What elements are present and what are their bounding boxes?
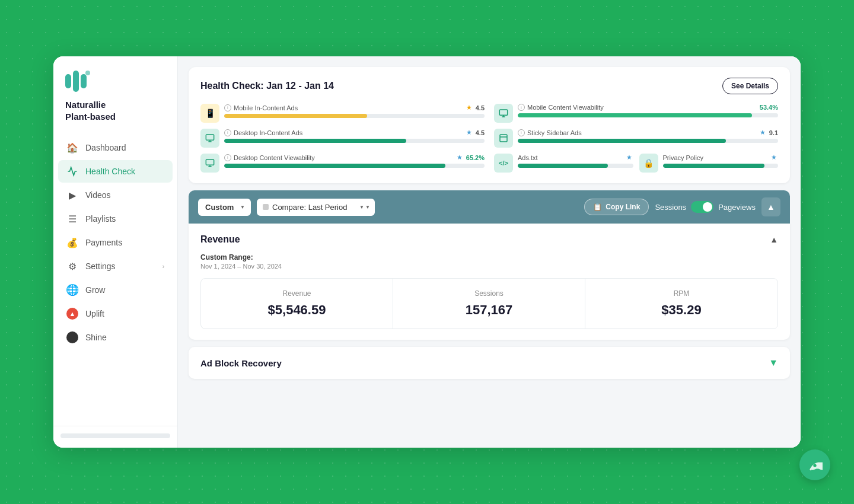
adblock-section: Ad Block Recovery ▼ (189, 347, 790, 379)
info-icon: i (224, 129, 231, 136)
metric-score: 65.2% (466, 154, 485, 161)
metric-icon-mobile-in-content: 📱 (200, 104, 219, 123)
play-icon: ▶ (66, 189, 78, 201)
main-content: Health Check: Jan 12 - Jan 14 See Detail… (178, 56, 801, 448)
metric-item-mobile-viewability: i Mobile Content Viewability 53.4% (494, 104, 778, 123)
stat-value: $5,546.59 (211, 302, 383, 318)
metric-details: i Desktop In-Content Ads ★ 4.5 (224, 129, 485, 143)
metric-score: 4.5 (476, 104, 485, 111)
sidebar-item-label: Settings (85, 261, 116, 271)
stat-value: 157,167 (403, 302, 575, 318)
metric-score: 9.1 (769, 129, 778, 136)
svg-rect-12 (206, 160, 214, 165)
metric-icon-sticky-sidebar (494, 129, 513, 148)
sidebar-item-label: Shine (85, 333, 107, 342)
payments-icon: 💰 (66, 237, 78, 248)
custom-dropdown[interactable]: Custom (198, 199, 251, 216)
metric-star: ★ (760, 129, 766, 136)
svg-rect-4 (499, 110, 507, 115)
info-icon: i (518, 129, 525, 136)
logo-area (53, 71, 177, 99)
metric-icon-desktop-viewability (200, 154, 219, 173)
sidebar-item-label: Grow (85, 285, 105, 295)
sidebar-bottom (53, 426, 177, 438)
stat-cell-rpm: RPM $35.29 (585, 279, 777, 328)
metric-name: Desktop Content Viewability (234, 154, 454, 161)
compare-dot (263, 204, 269, 210)
see-details-button[interactable]: See Details (722, 78, 778, 94)
sidebar-item-label: Videos (85, 190, 111, 200)
sidebar-item-shine[interactable]: Shine (58, 326, 173, 349)
progress-bar-fill (518, 139, 726, 143)
toggle-switch[interactable] (691, 201, 713, 213)
svg-rect-0 (65, 74, 71, 88)
filter-collapse-button[interactable]: ▲ (761, 197, 780, 216)
progress-bar-bg (224, 114, 485, 118)
metric-details: Ads.txt ★ (518, 154, 633, 168)
settings-icon: ⚙ (66, 260, 78, 272)
grow-icon: 🌐 (66, 284, 78, 296)
metric-name: Desktop In-Content Ads (234, 129, 464, 136)
sidebar-item-label: Payments (85, 238, 122, 247)
sidebar-item-uplift[interactable]: ▲ Uplift (58, 302, 173, 325)
compare-dropdown[interactable]: Compare: Last Period (272, 199, 359, 216)
metrics-grid: 📱 i Mobile In-Content Ads ★ 4.5 (200, 104, 778, 173)
metric-star: ★ (626, 154, 632, 161)
settings-arrow: › (162, 263, 164, 270)
stat-cell-revenue: Revenue $5,546.59 (201, 279, 393, 328)
playlist-icon: ☰ (66, 213, 78, 225)
custom-range-date: Nov 1, 2024 – Nov 30, 2024 (200, 263, 778, 270)
stat-value: $35.29 (595, 302, 768, 318)
copy-link-button[interactable]: 📋 Copy Link (584, 199, 649, 215)
sidebar-item-label: Uplift (85, 309, 104, 318)
info-icon: i (224, 154, 231, 161)
metric-row-adstxt-privacy: </> Ads.txt ★ 🔒 (494, 154, 778, 173)
fab-button[interactable] (799, 449, 830, 480)
metric-name: Ads.txt (518, 154, 624, 161)
sidebar-item-health-check[interactable]: Health Check (58, 160, 173, 183)
sidebar-item-dashboard[interactable]: 🏠 Dashboard (58, 136, 173, 159)
metric-star: ★ (457, 154, 463, 161)
revenue-section: Revenue ▲ Custom Range: Nov 1, 2024 – No… (189, 224, 790, 340)
sidebar-item-settings[interactable]: ⚙ Settings › (58, 255, 173, 277)
sidebar-item-videos[interactable]: ▶ Videos (58, 184, 173, 206)
sidebar-item-playlists[interactable]: ☰ Playlists (58, 208, 173, 230)
progress-bar-fill (518, 164, 608, 168)
metric-name: Mobile In-Content Ads (234, 104, 464, 111)
metric-icon-privacy-policy: 🔒 (639, 154, 658, 173)
stat-label: Revenue (211, 289, 383, 298)
stat-label: Sessions (403, 289, 575, 298)
logo-icon (65, 71, 91, 92)
metric-details: i Mobile Content Viewability 53.4% (518, 104, 778, 117)
stat-label: RPM (595, 289, 768, 298)
health-check-header: Health Check: Jan 12 - Jan 14 See Detail… (200, 78, 778, 94)
metric-details: Privacy Policy ★ (663, 154, 779, 168)
uplift-icon: ▲ (66, 308, 78, 320)
metric-score: 4.5 (476, 129, 485, 136)
adblock-title: Ad Block Recovery (200, 358, 282, 368)
sidebar-item-payments[interactable]: 💰 Payments (58, 231, 173, 254)
revenue-collapse-button[interactable]: ▲ (770, 235, 778, 244)
sessions-pageviews-toggle: Sessions Pageviews (655, 201, 756, 213)
metric-name: Sticky Sidebar Ads (527, 129, 757, 136)
adblock-expand-button[interactable]: ▼ (769, 358, 778, 368)
metric-item-mobile-in-content: 📱 i Mobile In-Content Ads ★ 4.5 (200, 104, 485, 123)
heart-icon (66, 165, 78, 177)
filter-bar: Custom Compare: Last Period ▼ 📋 Copy Lin… (189, 190, 790, 224)
sidebar-bottom-bar (60, 433, 170, 438)
metric-details: i Sticky Sidebar Ads ★ 9.1 (518, 129, 778, 143)
stats-row: Revenue $5,546.59 Sessions 157,167 RPM $… (200, 278, 778, 329)
health-check-card: Health Check: Jan 12 - Jan 14 See Detail… (189, 67, 790, 183)
sidebar-item-grow[interactable]: 🌐 Grow (58, 279, 173, 301)
copy-link-icon: 📋 (593, 203, 602, 211)
sidebar-nav: 🏠 Dashboard Health Check ▶ Videos ☰ Play… (53, 136, 177, 421)
progress-bar-fill (224, 164, 445, 168)
metric-details: i Mobile In-Content Ads ★ 4.5 (224, 104, 485, 118)
pageviews-label: Pageviews (718, 203, 756, 212)
progress-bar-fill (224, 139, 406, 143)
svg-point-3 (85, 71, 90, 75)
progress-bar-bg (518, 139, 778, 143)
info-icon: i (224, 104, 231, 111)
revenue-section-title: Revenue (200, 234, 240, 245)
progress-bar-bg (663, 164, 779, 168)
